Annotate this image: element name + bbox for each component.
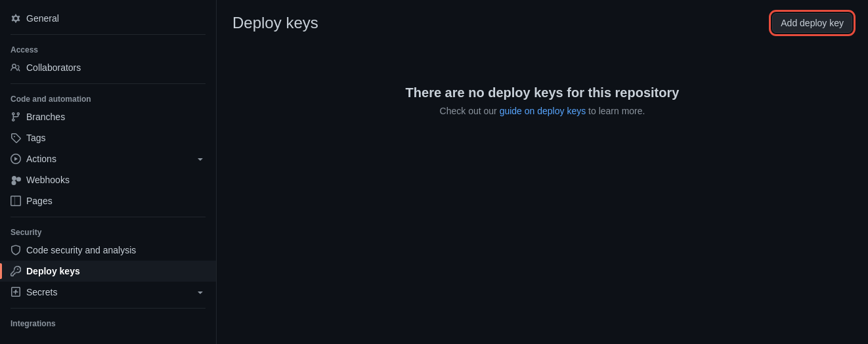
divider-2 <box>11 83 206 84</box>
sidebar-item-secrets[interactable]: Secrets <box>0 282 216 303</box>
sidebar-item-actions-left: Actions <box>11 154 56 164</box>
empty-state-title: There are no deploy keys for this reposi… <box>406 85 680 100</box>
sidebar-item-branches[interactable]: Branches <box>0 106 216 127</box>
sidebar-item-general[interactable]: General <box>0 8 216 29</box>
chevron-down-icon <box>195 154 206 164</box>
sidebar-item-tags[interactable]: Tags <box>0 127 216 148</box>
sidebar-item-pages[interactable]: Pages <box>0 190 216 211</box>
divider <box>11 34 206 35</box>
section-label-code-automation: Code and automation <box>0 89 216 106</box>
plus-box-icon <box>11 287 21 297</box>
sidebar-item-webhooks[interactable]: Webhooks <box>0 169 216 190</box>
pages-icon <box>11 196 21 206</box>
sidebar-deploy-keys-label: Deploy keys <box>26 266 80 276</box>
section-label-security: Security <box>0 223 216 240</box>
empty-state: There are no deploy keys for this reposi… <box>232 85 852 116</box>
git-branch-icon <box>11 112 21 122</box>
sidebar-item-secrets-left: Secrets <box>11 287 57 297</box>
sidebar-secrets-label: Secrets <box>26 287 57 297</box>
main-header: Deploy keys Add deploy key <box>232 13 852 33</box>
section-label-integrations: Integrations <box>0 314 216 331</box>
sidebar-pages-label: Pages <box>26 196 53 206</box>
sidebar-code-security-label: Code security and analysis <box>26 245 136 255</box>
empty-state-desc-prefix: Check out our <box>440 106 500 116</box>
sidebar-collaborators-label: Collaborators <box>26 62 81 73</box>
play-icon <box>11 154 21 164</box>
main-content: Deploy keys Add deploy key There are no … <box>217 0 868 344</box>
chevron-down-secrets-icon <box>195 287 206 297</box>
people-icon <box>11 62 21 73</box>
divider-3 <box>11 217 206 217</box>
section-label-access: Access <box>0 40 216 57</box>
empty-state-desc-suffix: to learn more. <box>586 106 645 116</box>
divider-4 <box>11 308 206 309</box>
gear-icon <box>11 13 21 24</box>
empty-state-description: Check out our guide on deploy keys to le… <box>440 106 645 116</box>
sidebar-item-deploy-keys[interactable]: Deploy keys <box>0 261 216 282</box>
sidebar-item-collaborators[interactable]: Collaborators <box>0 57 216 78</box>
key-icon <box>11 266 21 276</box>
tag-icon <box>11 133 21 143</box>
sidebar-tags-label: Tags <box>26 133 46 143</box>
sidebar-actions-label: Actions <box>26 154 56 164</box>
shield-icon <box>11 245 21 255</box>
add-deploy-key-button[interactable]: Add deploy key <box>772 13 852 33</box>
sidebar-webhooks-label: Webhooks <box>26 175 70 185</box>
sidebar-item-code-security[interactable]: Code security and analysis <box>0 240 216 261</box>
sidebar-branches-label: Branches <box>26 112 65 122</box>
webhook-icon <box>11 175 21 185</box>
sidebar: General Access Collaborators Code and au… <box>0 0 217 344</box>
page-title: Deploy keys <box>232 14 318 32</box>
sidebar-general-label: General <box>26 13 59 24</box>
guide-link[interactable]: guide on deploy keys <box>500 106 586 116</box>
sidebar-item-actions[interactable]: Actions <box>0 148 216 169</box>
